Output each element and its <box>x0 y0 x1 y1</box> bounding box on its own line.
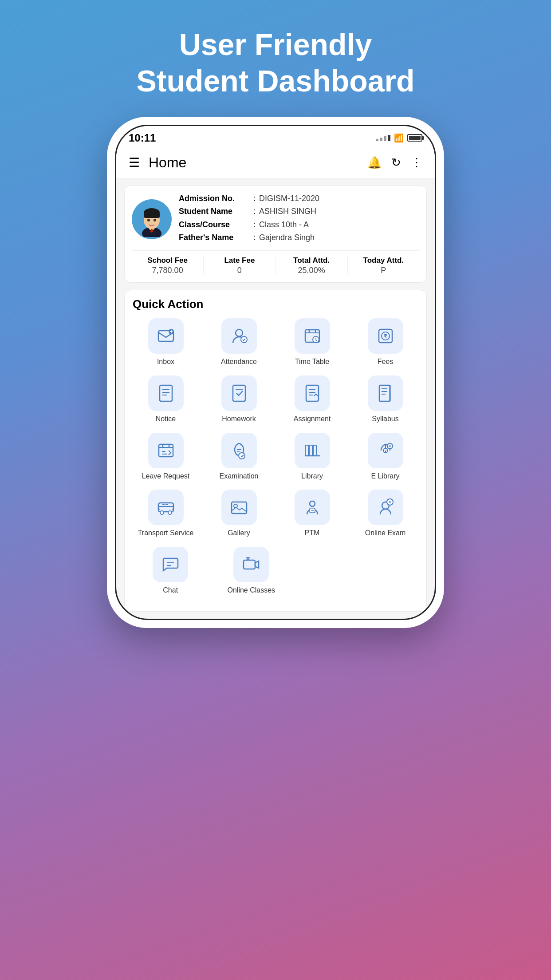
chat-icon-box <box>153 547 188 582</box>
library-icon-box <box>295 433 330 468</box>
refresh-icon[interactable]: ↻ <box>391 156 401 170</box>
stat-total-attd: Total Attd. 25.00% <box>276 256 348 275</box>
inbox-icon-box <box>148 318 184 354</box>
stat-today-attd: Today Attd. P <box>348 256 419 275</box>
grid-item-fees[interactable]: ₹ Fees <box>353 318 417 367</box>
stat-late-fee: Late Fee 0 <box>204 256 276 275</box>
ptm-icon-box <box>295 490 330 525</box>
grid-item-chat[interactable]: Chat <box>141 547 200 595</box>
grid-item-gallery[interactable]: Gallery <box>207 490 271 538</box>
gallery-label: Gallery <box>228 529 250 538</box>
timetable-icon-box <box>295 318 330 354</box>
stat-school-fee: School Fee 7,780.00 <box>132 256 204 275</box>
leaverequest-icon-box <box>148 433 184 468</box>
svg-point-31 <box>168 511 172 514</box>
svg-point-8 <box>153 219 156 221</box>
class-value: Class 10th - A <box>259 219 309 230</box>
grid-item-transport[interactable]: Transport Service <box>134 490 198 538</box>
assignment-icon-box <box>295 375 330 411</box>
syllabus-label: Syllabus <box>372 415 398 424</box>
fees-icon-box: ₹ <box>368 318 403 354</box>
student-value: ASHISH SINGH <box>259 206 316 217</box>
examination-label: Examination <box>219 472 258 481</box>
grid-item-attendance[interactable]: Attendance <box>207 318 271 367</box>
chat-label: Chat <box>163 586 178 595</box>
phone-screen: 10:11 📶 ☰ Home 🔔 ↻ ⋮ <box>115 125 436 620</box>
grid-item-homework[interactable]: Homework <box>207 375 271 424</box>
syllabus-icon-box <box>368 375 403 411</box>
grid-row-4: Transport Service Gallery <box>129 490 422 538</box>
grid-row-1: Inbox Attendance <box>129 318 422 367</box>
attendance-label: Attendance <box>221 357 257 367</box>
svg-rect-18 <box>160 385 172 401</box>
avatar <box>132 199 172 239</box>
transport-icon-box <box>148 490 184 525</box>
grid-item-onlineclasses[interactable]: Online Classes <box>222 547 281 595</box>
headline-line1: User Friendly <box>179 28 372 61</box>
svg-rect-6 <box>144 213 160 218</box>
grid-item-assignment[interactable]: Assignment <box>280 375 344 424</box>
status-bar: 10:11 📶 <box>116 126 435 147</box>
svg-point-38 <box>247 559 249 561</box>
grid-item-library[interactable]: Library <box>280 433 344 481</box>
grid-item-ptm[interactable]: PTM <box>280 490 344 538</box>
student-label: Student Name <box>179 206 250 217</box>
header-actions: 🔔 ↻ ⋮ <box>367 156 422 170</box>
father-row: Father's Name : Gajendra Singh <box>179 232 419 243</box>
leaverequest-label: Leave Request <box>142 472 190 481</box>
elibrary-icon-box <box>368 433 403 468</box>
notice-icon-box <box>148 375 184 411</box>
father-label: Father's Name <box>179 232 250 243</box>
grid-item-inbox[interactable]: Inbox <box>134 318 198 367</box>
notice-label: Notice <box>156 415 176 424</box>
assignment-label: Assignment <box>294 415 331 424</box>
svg-rect-24 <box>305 445 308 456</box>
svg-text:₹: ₹ <box>384 333 387 340</box>
quick-action-section: Quick Action Inbox <box>124 290 427 612</box>
attendance-icon-box <box>221 318 257 354</box>
homework-label: Homework <box>222 415 256 424</box>
notification-icon[interactable]: 🔔 <box>367 156 382 170</box>
signal-icon <box>376 135 390 141</box>
status-time: 10:11 <box>129 132 156 144</box>
grid-item-leaverequest[interactable]: Leave Request <box>134 433 198 481</box>
onlineexam-label: Online Exam <box>365 529 406 538</box>
hamburger-icon[interactable]: ☰ <box>129 157 140 169</box>
more-icon[interactable]: ⋮ <box>411 156 422 170</box>
admission-value: DIGISM-11-2020 <box>259 193 319 204</box>
admission-label: Admission No. <box>179 193 250 204</box>
svg-rect-21 <box>379 385 390 401</box>
battery-icon <box>407 134 422 142</box>
grid-row-2: Notice Homework <box>129 375 422 424</box>
grid-row-3: Leave Request Examination <box>129 433 422 481</box>
grid-item-syllabus[interactable]: Syllabus <box>353 375 417 424</box>
grid-item-examination[interactable]: Examination <box>207 433 271 481</box>
library-label: Library <box>301 472 323 481</box>
onlineexam-icon-box <box>368 490 403 525</box>
svg-rect-26 <box>313 445 316 456</box>
grid-item-elibrary[interactable]: E Library <box>353 433 417 481</box>
svg-rect-25 <box>309 445 312 456</box>
svg-point-30 <box>160 511 164 514</box>
grid-item-notice[interactable]: Notice <box>134 375 198 424</box>
fees-label: Fees <box>378 357 394 367</box>
class-row: Class/Course : Class 10th - A <box>179 219 419 230</box>
onlineclasses-icon-box <box>233 547 269 582</box>
svg-rect-32 <box>232 502 247 514</box>
headline-line2: Student Dashboard <box>136 64 414 98</box>
grid-item-onlineexam[interactable]: Online Exam <box>353 490 417 538</box>
svg-point-11 <box>236 329 243 336</box>
stats-row: School Fee 7,780.00 Late Fee 0 Total Att… <box>132 250 419 275</box>
examination-icon-box <box>221 433 257 468</box>
grid-item-timetable[interactable]: Time Table <box>280 318 344 367</box>
svg-rect-37 <box>244 560 255 569</box>
admission-row: Admission No. : DIGISM-11-2020 <box>179 193 419 204</box>
onlineclasses-label: Online Classes <box>228 586 276 595</box>
class-label: Class/Course <box>179 219 250 230</box>
timetable-label: Time Table <box>295 357 329 367</box>
elibrary-label: E Library <box>371 472 399 481</box>
father-value: Gajendra Singh <box>259 232 315 243</box>
svg-point-7 <box>147 219 150 221</box>
status-icons: 📶 <box>376 133 422 143</box>
inbox-label: Inbox <box>157 357 174 367</box>
